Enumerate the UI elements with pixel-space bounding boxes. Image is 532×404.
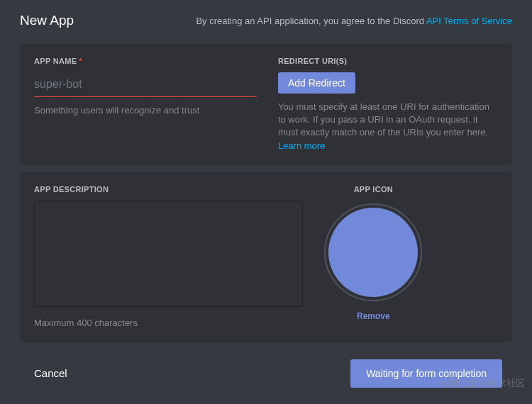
app-name-input[interactable] <box>34 72 257 97</box>
description-helper: Maximum 400 characters <box>34 317 303 330</box>
description-input[interactable] <box>34 201 303 307</box>
app-icon-label: APP ICON <box>354 185 393 193</box>
agreement-prefix: By creating an API application, you agre… <box>196 16 426 26</box>
app-name-helper: Something users will recognize and trust <box>34 104 257 117</box>
app-primary-panel: APP NAME* Something users will recognize… <box>20 44 512 165</box>
tos-link[interactable]: API Terms of Service <box>426 16 512 26</box>
app-name-section: APP NAME* Something users will recognize… <box>34 57 257 152</box>
agreement-text: By creating an API application, you agre… <box>196 16 512 26</box>
app-name-label: APP NAME* <box>34 57 257 65</box>
app-secondary-panel: APP DESCRIPTION Maximum 400 characters A… <box>20 172 512 342</box>
cancel-button[interactable]: Cancel <box>34 367 67 379</box>
description-label: APP DESCRIPTION <box>34 185 303 193</box>
required-star-icon: * <box>79 57 82 65</box>
app-icon-upload[interactable] <box>324 203 422 301</box>
watermark: @稀土掘金技术社区 <box>442 377 525 390</box>
redirect-section: REDIRECT URI(S) Add Redirect You must sp… <box>278 57 498 152</box>
redirect-helper-text: You must specify at least one URI for au… <box>278 101 489 138</box>
page-title: New App <box>20 13 74 28</box>
redirect-label: REDIRECT URI(S) <box>278 57 498 65</box>
learn-more-link[interactable]: Learn more <box>278 140 325 151</box>
remove-icon-button[interactable]: Remove <box>357 311 390 321</box>
app-name-label-text: APP NAME <box>34 57 77 65</box>
redirect-helper: You must specify at least one URI for au… <box>278 101 498 152</box>
app-icon-section: APP ICON Remove <box>324 185 422 330</box>
app-icon-preview <box>328 208 418 297</box>
add-redirect-button[interactable]: Add Redirect <box>278 72 355 94</box>
description-section: APP DESCRIPTION Maximum 400 characters <box>34 185 303 330</box>
